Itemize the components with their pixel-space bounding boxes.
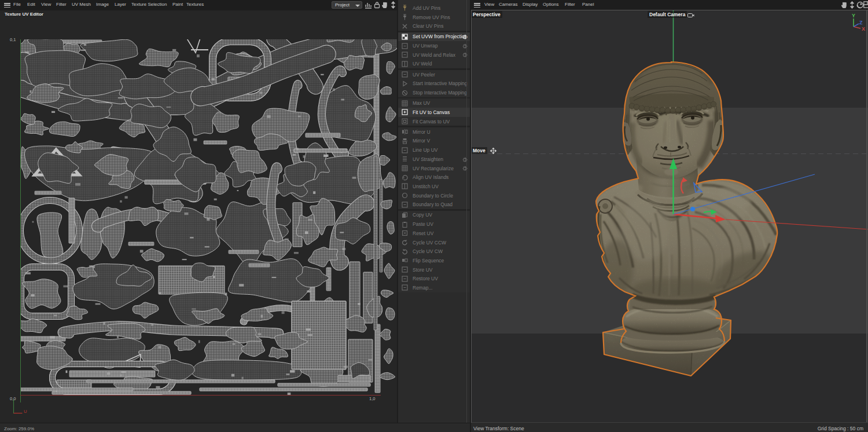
svg-text:Z: Z <box>859 20 863 25</box>
svg-text:X: X <box>862 26 865 31</box>
svg-text:Y: Y <box>852 13 855 19</box>
